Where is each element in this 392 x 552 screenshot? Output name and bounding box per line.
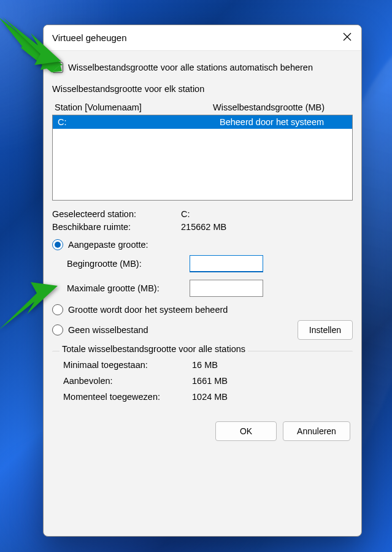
auto-manage-row[interactable]: Wisselbestandsgrootte voor alle stations…	[52, 62, 353, 73]
auto-manage-checkbox[interactable]	[52, 62, 63, 73]
radio-custom[interactable]: Aangepaste grootte:	[52, 239, 353, 250]
selected-drive-value: C:	[181, 209, 353, 219]
header-drive: Station [Volumenaam]	[55, 102, 213, 112]
header-size: Wisselbestandsgrootte (MB)	[213, 102, 348, 112]
min-allowed-label: Minimaal toegestaan:	[63, 360, 192, 370]
available-label: Beschikbare ruimte:	[52, 222, 181, 232]
current-value: 1024 MB	[192, 392, 345, 402]
selected-drive-label: Geselecteerd station:	[52, 209, 181, 219]
current-label: Momenteel toegewezen:	[63, 392, 192, 402]
min-allowed-value: 16 MB	[192, 360, 345, 370]
cancel-button[interactable]: Annuleren	[283, 421, 350, 441]
virtual-memory-dialog: Virtueel geheugen Wisselbestandsgrootte …	[43, 25, 362, 537]
drive-listbox[interactable]: C: Beheerd door het systeem	[52, 115, 353, 201]
per-drive-group-title: Wisselbestandsgrootte voor elk station	[52, 84, 353, 94]
size-inputs: Begingrootte (MB): Maximale grootte (MB)…	[67, 255, 353, 297]
close-icon	[343, 31, 352, 44]
dialog-actions: OK Annuleren	[52, 421, 353, 443]
maximum-size-label: Maximale grootte (MB):	[67, 283, 190, 293]
set-button[interactable]: Instellen	[298, 320, 353, 340]
drive-row-size: Beheerd door het systeem	[220, 117, 348, 127]
drive-headers: Station [Volumenaam] Wisselbestandsgroot…	[52, 100, 353, 115]
drive-row[interactable]: C: Beheerd door het systeem	[53, 115, 352, 129]
radio-system[interactable]: Grootte wordt door het systeem beheerd	[52, 304, 353, 315]
radio-none-input[interactable]	[52, 324, 63, 335]
available-value: 215662 MB	[181, 222, 353, 232]
dialog-title: Virtueel geheugen	[52, 33, 333, 43]
auto-manage-label: Wisselbestandsgrootte voor alle stations…	[68, 63, 313, 72]
close-button[interactable]	[333, 25, 361, 50]
radio-custom-label: Aangepaste grootte:	[68, 240, 148, 250]
recommended-label: Aanbevolen:	[63, 376, 192, 386]
radio-system-label: Grootte wordt door het systeem beheerd	[68, 305, 228, 315]
totals-group-title: Totale wisselbestandsgrootte voor alle s…	[60, 344, 248, 354]
per-drive-group: Wisselbestandsgrootte voor elk station S…	[52, 84, 353, 340]
maximum-size-input[interactable]	[190, 280, 263, 297]
initial-size-label: Begingrootte (MB):	[67, 259, 190, 269]
radio-none[interactable]: Geen wisselbestand	[52, 324, 298, 335]
radio-system-input[interactable]	[52, 304, 63, 315]
drive-row-name: C:	[56, 117, 220, 127]
ok-button[interactable]: OK	[215, 421, 277, 441]
radio-none-label: Geen wisselbestand	[68, 325, 148, 335]
totals-group: Totale wisselbestandsgrootte voor alle s…	[52, 351, 353, 410]
drive-table: Station [Volumenaam] Wisselbestandsgroot…	[52, 100, 353, 201]
titlebar: Virtueel geheugen	[44, 25, 361, 51]
radio-custom-input[interactable]	[52, 239, 63, 250]
initial-size-input[interactable]	[190, 255, 263, 272]
drive-info: Geselecteerd station: C: Beschikbare rui…	[52, 209, 353, 232]
recommended-value: 1661 MB	[192, 376, 345, 386]
